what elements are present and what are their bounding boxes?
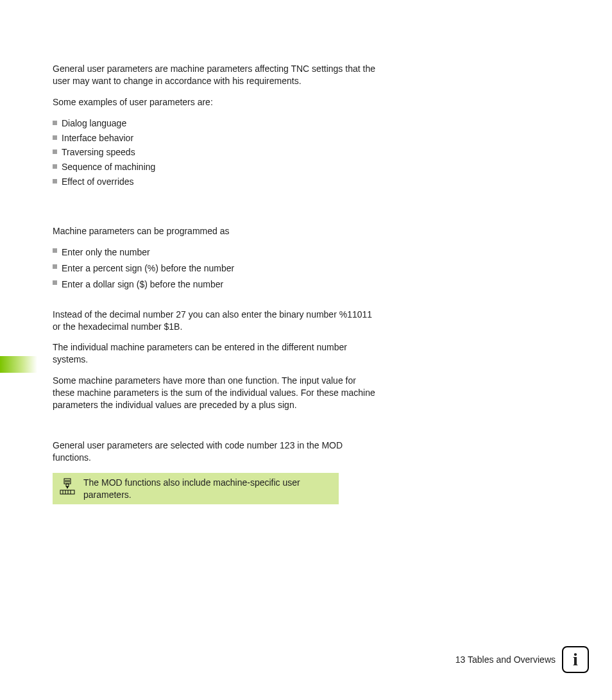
list-item: Enter only the number bbox=[53, 246, 380, 259]
chapter-number: 13 bbox=[455, 654, 466, 665]
note-box: The MOD functions also include machine-s… bbox=[53, 473, 339, 505]
list-item: Interface behavior bbox=[53, 132, 380, 144]
examples-lead: Some examples of user parameters are: bbox=[53, 96, 380, 108]
list-item: Sequence of machining bbox=[53, 161, 380, 173]
info-icon: i bbox=[562, 646, 589, 673]
note-text: The MOD functions also include machine-s… bbox=[78, 477, 332, 501]
chapter-title: Tables and Overviews bbox=[468, 654, 556, 665]
select-paragraph: General user parameters are selected wit… bbox=[53, 440, 380, 464]
individual-paragraph: The individual machine parameters can be… bbox=[53, 341, 380, 366]
list-item-text: Enter a percent sign (%) before the numb… bbox=[62, 262, 380, 275]
info-glyph: i bbox=[573, 651, 578, 669]
list-item-text: Interface behavior bbox=[62, 133, 133, 143]
list-item-text: Traversing speeds bbox=[62, 147, 135, 157]
footer-chapter: 13 Tables and Overviews bbox=[455, 654, 556, 665]
machine-icon bbox=[56, 478, 78, 499]
body-content: General user parameters are machine para… bbox=[53, 63, 380, 504]
list-item-text: Effect of overrides bbox=[62, 176, 134, 187]
intro-paragraph: General user parameters are machine para… bbox=[53, 63, 380, 87]
page-footer: 13 Tables and Overviews i bbox=[455, 646, 589, 673]
programming-lead: Machine parameters can be programmed as bbox=[53, 225, 380, 237]
list-item: Enter a percent sign (%) before the numb… bbox=[53, 262, 380, 275]
programming-list: Enter only the number Enter a percent si… bbox=[53, 246, 380, 291]
list-item-text: Enter a dollar sign ($) before the numbe… bbox=[62, 278, 380, 291]
list-item: Dialog language bbox=[53, 117, 380, 130]
list-item: Effect of overrides bbox=[53, 176, 380, 188]
list-item: Enter a dollar sign ($) before the numbe… bbox=[53, 278, 380, 291]
svg-rect-7 bbox=[60, 490, 74, 494]
svg-marker-6 bbox=[66, 486, 69, 489]
decimal-paragraph: Instead of the decimal number 27 you can… bbox=[53, 309, 380, 333]
multi-paragraph: Some machine parameters have more than o… bbox=[53, 375, 380, 411]
examples-list: Dialog language Interface behavior Trave… bbox=[53, 117, 380, 188]
list-item-text: Enter only the number bbox=[62, 246, 380, 259]
list-item-text: Dialog language bbox=[62, 118, 126, 128]
section-thumb-tab bbox=[0, 356, 37, 373]
list-item: Traversing speeds bbox=[53, 146, 380, 158]
svg-rect-5 bbox=[66, 484, 69, 486]
list-item-text: Sequence of machining bbox=[62, 162, 155, 172]
